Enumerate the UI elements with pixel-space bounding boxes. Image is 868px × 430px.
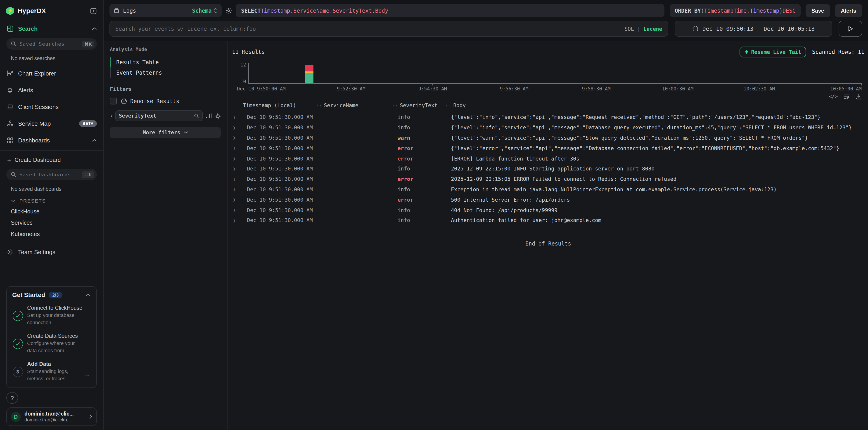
expand-caret-icon[interactable]: › — [110, 113, 113, 119]
alerts-button[interactable]: Alerts — [835, 4, 862, 17]
sidebar-item-label: Dashboards — [18, 137, 50, 143]
drag-handle-icon[interactable]: ⋮⋮ — [445, 103, 451, 108]
shortcut-badge: ⌘K — [82, 171, 94, 178]
saved-dashboards-input[interactable]: Saved Dashboards ⌘K — [6, 169, 97, 180]
filters-label: Filters — [110, 86, 221, 92]
sidebar-item-alerts[interactable]: Alerts — [6, 86, 97, 95]
expand-row-icon[interactable]: ❯ — [232, 125, 243, 130]
resume-live-tail-button[interactable]: Resume Live Tail — [739, 46, 806, 58]
user-profile-card[interactable]: D dominic.tran@clic... dominic.tran@clic… — [6, 407, 97, 426]
chevron-up-icon[interactable] — [92, 27, 97, 30]
preset-kubernetes[interactable]: Kubernetes — [11, 231, 97, 237]
source-selector[interactable]: Logs Schema — [110, 4, 222, 17]
saved-dashboards-placeholder: Saved Dashboards — [20, 172, 82, 177]
column-header-severitytext[interactable]: ⋮⋮SeverityText — [391, 102, 445, 108]
gear-icon — [6, 248, 13, 256]
table-row[interactable]: ❯ Dec 10 9:51:30.000 AM info {"level":"i… — [232, 112, 864, 123]
collapse-sidebar-icon[interactable] — [90, 7, 97, 14]
sidebar-item-search[interactable]: Search — [6, 24, 97, 33]
mode-event-patterns[interactable]: Event Patterns — [110, 67, 221, 78]
column-header-servicename[interactable]: ⋮⋮ServiceName — [315, 102, 391, 108]
drag-handle-icon[interactable]: ⋮⋮ — [315, 103, 321, 108]
expand-row-icon[interactable]: ❯ — [232, 207, 243, 212]
create-dashboard-button[interactable]: + Create Dashboard — [6, 157, 97, 164]
get-started-item-add-data[interactable]: 3 Add Data Start sending logs, metrics, … — [12, 361, 91, 383]
query-toolbar: Logs Schema SELECT Timestamp,ServiceName… — [103, 0, 868, 17]
sidebar-item-service-map[interactable]: Service Map BETA — [6, 119, 97, 128]
sidebar-item-chart-explorer[interactable]: Chart Explorer — [6, 69, 97, 78]
get-started-item-desc: Start sending logs, metrics, or traces — [27, 368, 82, 383]
lang-toggle-lucene[interactable]: Lucene — [644, 26, 662, 32]
expand-row-icon[interactable]: ❯ — [232, 156, 243, 161]
expand-row-icon[interactable]: ❯ — [232, 166, 243, 171]
bar-segment-warn — [305, 72, 313, 73]
table-row[interactable]: ❯ Dec 10 9:51:30.000 AM error [ERROR] La… — [232, 153, 864, 164]
presets-toggle[interactable]: PRESETS — [11, 198, 97, 203]
expand-row-icon[interactable]: ❯ — [232, 115, 243, 120]
date-range-value: Dec 10 09:50:13 - Dec 10 10:05:13 — [703, 25, 815, 32]
chevron-up-icon[interactable] — [92, 139, 97, 142]
download-icon[interactable] — [856, 94, 862, 99]
no-saved-searches-text: No saved searches — [11, 56, 97, 61]
expand-row-icon[interactable]: ❯ — [232, 146, 243, 151]
schema-link[interactable]: Schema — [192, 7, 212, 14]
search-toolbar: Search your events w/ Lucene ex. column:… — [103, 17, 868, 41]
preset-services[interactable]: Services — [11, 220, 97, 226]
lang-toggle-sql[interactable]: SQL — [624, 26, 634, 32]
table-row[interactable]: ❯ Dec 10 9:51:30.000 AM error {"level":"… — [232, 143, 864, 154]
dashboards-icon — [6, 137, 13, 144]
lang-divider: | — [637, 26, 640, 32]
sidebar-item-label: Chart Explorer — [18, 70, 56, 77]
more-filters-button[interactable]: More filters — [110, 127, 221, 138]
expand-row-icon[interactable]: ❯ — [232, 187, 243, 192]
help-button[interactable]: ? — [6, 392, 18, 404]
wrap-lines-icon[interactable] — [844, 94, 850, 99]
chevron-up-icon[interactable] — [86, 294, 91, 297]
get-started-item-connect[interactable]: Connect to ClickHouse Set up your databa… — [12, 305, 91, 327]
select-query-input[interactable]: SELECT Timestamp,ServiceName,SeverityTex… — [236, 4, 664, 17]
saved-searches-input[interactable]: Saved Searches ⌘K — [6, 38, 97, 50]
bar-segment-info — [305, 73, 313, 83]
inactive-indicator — [110, 67, 111, 78]
expand-row-icon[interactable]: ❯ — [232, 135, 243, 140]
sidebar-item-client-sessions[interactable]: Client Sessions — [6, 102, 97, 111]
drag-handle-icon[interactable]: ⋮⋮ — [391, 103, 398, 108]
get-started-item-datasources[interactable]: Create Data Sources Configure where your… — [12, 333, 91, 355]
sidebar-item-dashboards[interactable]: Dashboards — [6, 136, 97, 145]
pin-icon[interactable] — [215, 113, 221, 119]
table-row[interactable]: ❯ Dec 10 9:51:30.000 AM info {"level":"i… — [232, 123, 864, 133]
resume-live-tail-label: Resume Live Tail — [751, 49, 801, 55]
table-row[interactable]: ❯ Dec 10 9:51:30.000 AM warn {"level":"w… — [232, 133, 864, 143]
preset-clickhouse[interactable]: ClickHouse — [11, 208, 97, 215]
expand-row-icon[interactable]: ❯ — [232, 197, 243, 202]
code-view-icon[interactable]: </> — [829, 94, 838, 99]
date-range-picker[interactable]: Dec 10 09:50:13 - Dec 10 10:05:13 — [675, 21, 832, 37]
run-query-button[interactable] — [839, 21, 862, 37]
bar-chart-icon[interactable] — [206, 113, 212, 119]
table-row[interactable]: ❯ Dec 10 9:51:30.000 AM info 2025-12-09 … — [232, 164, 864, 174]
filter-panel: Analysis Mode Results Table Event Patter… — [103, 41, 227, 430]
sidebar-item-team-settings[interactable]: Team Settings — [6, 247, 97, 256]
expand-row-icon[interactable]: ❯ — [232, 176, 243, 181]
denoise-checkbox[interactable] — [110, 98, 117, 104]
order-by-input[interactable]: ORDER BY (TimestampTime, Timestamp) DESC — [670, 4, 801, 17]
expand-row-icon[interactable]: ❯ — [232, 218, 243, 223]
mode-results-table[interactable]: Results Table — [110, 57, 221, 67]
table-row[interactable]: ❯ Dec 10 9:51:30.000 AM info Exception i… — [232, 184, 864, 195]
severity-filter-input[interactable]: SeverityText — [115, 110, 203, 121]
table-row[interactable]: ❯ Dec 10 9:51:30.000 AM info 404 Not Fou… — [232, 205, 864, 215]
table-row[interactable]: ❯ Dec 10 9:51:30.000 AM error 500 Intern… — [232, 195, 864, 205]
get-started-progress-badge: 2/3 — [49, 292, 62, 299]
gear-icon[interactable] — [225, 7, 232, 14]
table-row[interactable]: ❯ Dec 10 9:51:30.000 AM error 2025-12-09… — [232, 174, 864, 185]
event-search-input[interactable]: Search your events w/ Lucene ex. column:… — [110, 21, 668, 37]
column-header-timestamp[interactable]: Timestamp (Local) — [243, 102, 315, 108]
avatar: D — [11, 412, 21, 422]
column-header-body[interactable]: ⋮⋮Body — [445, 102, 864, 108]
table-row[interactable]: ❯ Dec 10 9:51:30.000 AM info Authenticat… — [232, 215, 864, 226]
chevron-down-icon — [11, 199, 16, 202]
save-button[interactable]: Save — [806, 4, 830, 17]
histogram-plot[interactable]: 012Dec 10 9:50:00 AM9:52:30 AM9:54:30 AM… — [248, 63, 862, 84]
logo-row: ⚡ HyperDX — [6, 5, 97, 16]
search-icon — [11, 172, 16, 177]
